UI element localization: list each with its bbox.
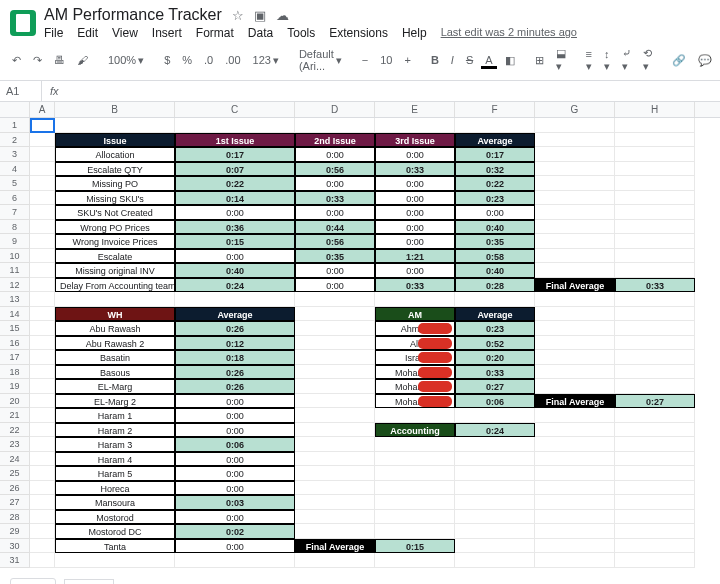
- cell[interactable]: [455, 452, 535, 467]
- col-3rd-issue[interactable]: 3rd Issue: [375, 133, 455, 148]
- cell[interactable]: [535, 365, 615, 380]
- issue-label[interactable]: Missing SKU's: [55, 191, 175, 206]
- row-header[interactable]: 18: [0, 365, 30, 380]
- wh-value[interactable]: 0:00: [175, 481, 295, 496]
- cell[interactable]: [55, 292, 175, 307]
- cell[interactable]: [30, 321, 55, 336]
- bold-button[interactable]: B: [427, 51, 443, 69]
- redo-button[interactable]: ↷: [29, 51, 46, 70]
- menu-tools[interactable]: Tools: [287, 26, 315, 40]
- print-button[interactable]: 🖶: [50, 51, 69, 69]
- cell[interactable]: [30, 234, 55, 249]
- row-header[interactable]: 1: [0, 118, 30, 133]
- am-final-label[interactable]: Final Average: [535, 394, 615, 409]
- menu-edit[interactable]: Edit: [77, 26, 98, 40]
- issue-value[interactable]: 0:23: [455, 191, 535, 206]
- cell[interactable]: [455, 408, 535, 423]
- issue-value[interactable]: 0:28: [455, 278, 535, 293]
- cell[interactable]: [535, 452, 615, 467]
- wh-value[interactable]: 0:26: [175, 379, 295, 394]
- col-header[interactable]: G: [535, 102, 615, 117]
- cell[interactable]: [375, 481, 455, 496]
- issue-label[interactable]: Escalate: [55, 249, 175, 264]
- cell[interactable]: [535, 191, 615, 206]
- menu-file[interactable]: File: [44, 26, 63, 40]
- col-header[interactable]: F: [455, 102, 535, 117]
- cell[interactable]: [535, 176, 615, 191]
- cell[interactable]: [535, 466, 615, 481]
- cell[interactable]: [55, 118, 175, 133]
- cell[interactable]: [375, 553, 455, 568]
- last-edit[interactable]: Last edit was 2 minutes ago: [441, 26, 577, 40]
- wh-value[interactable]: 0:00: [175, 423, 295, 438]
- cell[interactable]: [30, 336, 55, 351]
- am-value[interactable]: 0:06: [455, 394, 535, 409]
- row-header[interactable]: 30: [0, 539, 30, 554]
- cell[interactable]: [375, 452, 455, 467]
- cell[interactable]: [375, 437, 455, 452]
- italic-button[interactable]: I: [447, 51, 458, 69]
- row-header[interactable]: 17: [0, 350, 30, 365]
- wh-label[interactable]: Mostorod: [55, 510, 175, 525]
- wh-label[interactable]: Basatin: [55, 350, 175, 365]
- row-header[interactable]: 27: [0, 495, 30, 510]
- cell[interactable]: [30, 350, 55, 365]
- issue-value[interactable]: 0:00: [455, 205, 535, 220]
- wh-value[interactable]: 0:18: [175, 350, 295, 365]
- cloud-icon[interactable]: ☁: [276, 8, 289, 23]
- cell[interactable]: [295, 379, 375, 394]
- menu-format[interactable]: Format: [196, 26, 234, 40]
- cell[interactable]: [375, 292, 455, 307]
- row-header[interactable]: 2: [0, 133, 30, 148]
- cell[interactable]: [615, 263, 695, 278]
- cell[interactable]: [615, 466, 695, 481]
- wh-header[interactable]: WH: [55, 307, 175, 322]
- cell[interactable]: [535, 379, 615, 394]
- col-1st-issue[interactable]: 1st Issue: [175, 133, 295, 148]
- wh-value[interactable]: 0:26: [175, 365, 295, 380]
- cell[interactable]: [375, 510, 455, 525]
- issue-value[interactable]: 0:35: [455, 234, 535, 249]
- col-header[interactable]: A: [30, 102, 55, 117]
- row-header[interactable]: 12: [0, 278, 30, 293]
- cell[interactable]: [535, 510, 615, 525]
- issue-value[interactable]: 0:33: [375, 278, 455, 293]
- cell[interactable]: [615, 147, 695, 162]
- cell[interactable]: [30, 191, 55, 206]
- font-select[interactable]: Default (Ari... ▾: [295, 45, 346, 75]
- cell[interactable]: [30, 423, 55, 438]
- wh-avg-header[interactable]: Average: [175, 307, 295, 322]
- issue-value[interactable]: 0:33: [295, 191, 375, 206]
- cell[interactable]: [535, 249, 615, 264]
- issue-value[interactable]: 0:07: [175, 162, 295, 177]
- final-avg-value[interactable]: 0:33: [615, 278, 695, 293]
- wh-final-value[interactable]: 0:15: [375, 539, 455, 554]
- cell[interactable]: [30, 220, 55, 235]
- cell[interactable]: [30, 495, 55, 510]
- cell[interactable]: [455, 553, 535, 568]
- cell[interactable]: [535, 118, 615, 133]
- cell[interactable]: [295, 307, 375, 322]
- row-header[interactable]: 20: [0, 394, 30, 409]
- row-header[interactable]: 8: [0, 220, 30, 235]
- cell[interactable]: [295, 365, 375, 380]
- wh-label[interactable]: Basous: [55, 365, 175, 380]
- cell[interactable]: [615, 437, 695, 452]
- wh-value[interactable]: 0:03: [175, 495, 295, 510]
- cell[interactable]: [295, 495, 375, 510]
- row-header[interactable]: 19: [0, 379, 30, 394]
- issue-value[interactable]: 0:00: [375, 263, 455, 278]
- cell[interactable]: [615, 510, 695, 525]
- issue-value[interactable]: 0:22: [175, 176, 295, 191]
- cell[interactable]: [535, 553, 615, 568]
- cell[interactable]: [175, 292, 295, 307]
- zoom-select[interactable]: 100% ▾: [104, 51, 148, 70]
- issue-value[interactable]: 0:40: [455, 263, 535, 278]
- row-header[interactable]: 14: [0, 307, 30, 322]
- cell[interactable]: [295, 292, 375, 307]
- row-header[interactable]: 22: [0, 423, 30, 438]
- issue-header[interactable]: Issue: [55, 133, 175, 148]
- row-header[interactable]: 10: [0, 249, 30, 264]
- row-header[interactable]: 26: [0, 481, 30, 496]
- cell[interactable]: [615, 234, 695, 249]
